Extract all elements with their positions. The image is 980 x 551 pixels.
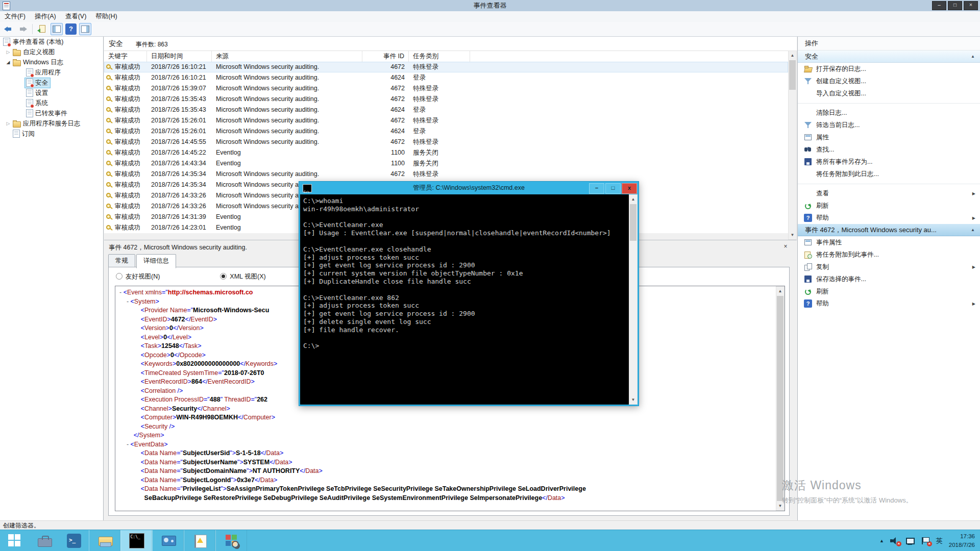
column-header-3[interactable]: 事件 ID [362,51,409,62]
menu-item-3[interactable]: 帮助(H) [91,11,121,21]
friendly-view-radio[interactable]: 友好视图(N) [116,272,160,281]
tree-root-event-viewer[interactable]: 事件查看器 (本地) [0,37,103,47]
cmd-maximize-button[interactable]: □ [605,183,621,194]
network-icon[interactable] [905,537,915,545]
scrollbar-thumb[interactable] [777,296,783,501]
menu-item-1[interactable]: 操作(A) [30,11,61,21]
toggle-console-tree-icon[interactable] [51,23,63,35]
menu-item-2[interactable]: 查看(V) [61,11,91,21]
action-item[interactable]: 清除日志... [798,107,980,119]
table-row[interactable]: 审核成功2018/7/26 14:35:34Microsoft Windows … [104,169,788,180]
tree-item-6[interactable]: 已转发事件 [0,108,103,118]
table-row[interactable]: 审核成功2018/7/26 15:26:01Microsoft Windows … [104,115,788,126]
maximize-button[interactable]: □ [948,1,962,10]
cmd-minimize-button[interactable]: – [589,183,604,194]
action-center-flag-icon[interactable]: × [921,537,930,545]
tree-item-hit[interactable]: 系统 [24,98,51,109]
tree-item-8[interactable]: 订阅 [0,129,103,139]
action-item[interactable]: 打开保存的日志... [798,63,980,75]
expand-icon[interactable]: ▷ [5,121,11,126]
scrollbar-thumb[interactable] [789,60,796,90]
table-row[interactable]: 审核成功2018/7/26 16:10:21Microsoft Windows … [104,62,788,72]
export-icon[interactable] [37,23,48,35]
tree-item-hit[interactable]: 订阅 [11,129,37,139]
column-header-4[interactable]: 任务类别 [409,51,470,62]
terminal[interactable]: C:\>whoamiwin-r49h98oemkh\administrator … [300,194,629,405]
action-item[interactable]: 保存选择的事件... [798,273,980,285]
action-item[interactable]: 刷新 [798,285,980,297]
table-row[interactable]: 审核成功2018/7/26 15:35:43Microsoft Windows … [104,105,788,115]
collapse-section-icon[interactable]: ▲ [971,224,975,236]
help-icon[interactable]: ? [65,23,77,35]
scroll-up-icon[interactable]: ▲ [629,195,637,204]
scrollbar-thumb[interactable] [630,204,636,241]
tree-item-1[interactable]: ◢Windows 日志 [0,57,103,67]
action-item[interactable]: 导入自定义视图... [798,87,980,99]
cmd-close-button[interactable]: x [622,183,637,194]
start-button[interactable] [0,530,30,551]
action-item[interactable]: 查找... [798,143,980,156]
column-header-0[interactable]: 关键字 [104,51,147,62]
tree-item-3[interactable]: 安全 [0,78,103,88]
windows-update[interactable] [215,530,247,551]
action-item[interactable]: 将所有事件另存为... [798,156,980,168]
tab-details[interactable]: 详细信息 [136,254,176,268]
event-viewer-log[interactable] [184,530,215,551]
tree-item-4[interactable]: 设置 [0,88,103,98]
action-section-header-0[interactable]: 安全▲ [798,51,980,63]
expand-icon[interactable]: ▷ [5,49,11,55]
tree-item-7[interactable]: ▷应用程序和服务日志 [0,118,103,129]
action-item[interactable]: 刷新 [798,199,980,212]
action-item[interactable]: 帮助▶ [798,212,980,224]
action-item[interactable]: 创建自定义视图... [798,75,980,87]
cmd-titlebar[interactable]: 管理员: C:\Windows\system32\cmd.exe [299,182,639,194]
scroll-up-icon[interactable]: ▲ [776,287,784,295]
action-item[interactable]: 将任务附加到此事件... [798,248,980,261]
tree-item-hit[interactable]: Windows 日志 [11,57,66,68]
action-item[interactable]: 事件属性 [798,236,980,248]
scroll-down-icon[interactable]: ▼ [789,231,796,239]
tree-item-5[interactable]: 系统 [0,98,103,108]
powershell[interactable] [59,530,89,551]
action-item[interactable]: 筛选当前日志... [798,119,980,131]
file-explorer[interactable] [89,530,120,551]
cmd[interactable] [120,530,152,551]
tree-item-2[interactable]: 应用程序 [0,67,103,78]
tree-item-hit[interactable]: 安全 [24,78,51,88]
action-item[interactable]: 将任务附加到此日志... [798,168,980,180]
control-panel[interactable] [152,530,184,551]
collapse-icon[interactable]: ◢ [5,60,11,65]
volume-icon[interactable]: × [890,537,899,545]
table-row[interactable]: 审核成功2018/7/26 14:45:55Microsoft Windows … [104,137,788,147]
menu-item-0[interactable]: 文件(F) [0,11,30,21]
action-item[interactable]: 属性 [798,131,980,143]
table-row[interactable]: 审核成功2018/7/26 15:35:43Microsoft Windows … [104,94,788,105]
language-indicator[interactable]: 英 [936,536,943,545]
action-item[interactable]: 查看▶ [798,187,980,199]
table-row[interactable]: 审核成功2018/7/26 16:10:21Microsoft Windows … [104,72,788,83]
forward-icon[interactable] [17,23,28,35]
server-manager[interactable] [30,530,59,551]
action-item[interactable]: 复制▶ [798,261,980,273]
terminal-scrollbar[interactable]: ▲ ▼ [629,194,638,405]
tab-general[interactable]: 常规 [108,254,135,267]
event-list-scrollbar[interactable]: ▲ ▼ [788,51,797,240]
minimize-button[interactable]: – [932,1,946,10]
xml-view-radio[interactable]: XML 视图(X) [220,272,265,281]
tree-item-hit[interactable]: 自定义视图 [11,47,58,58]
tree-item-hit[interactable]: 已转发事件 [24,108,70,119]
scroll-up-icon[interactable]: ▲ [789,51,796,60]
table-row[interactable]: 审核成功2018/7/26 14:45:22Eventlog1100服务关闭 [104,147,788,158]
tray-expand-icon[interactable]: ▲ [879,538,884,543]
xml-scrollbar[interactable]: ▲ ▼ [776,286,785,511]
table-row[interactable]: 审核成功2018/7/26 15:39:07Microsoft Windows … [104,83,788,94]
column-header-2[interactable]: 来源 [212,51,362,62]
clock[interactable]: 17:36 2018/7/26 [949,532,977,549]
action-section-header-1[interactable]: 事件 4672，Microsoft Windows security au...… [798,224,980,236]
tree-item-hit[interactable]: 设置 [24,88,51,98]
back-icon[interactable] [3,23,14,35]
tree-item-hit[interactable]: 应用程序和服务日志 [11,118,83,129]
table-row[interactable]: 审核成功2018/7/26 15:26:01Microsoft Windows … [104,126,788,137]
close-button[interactable]: × [964,1,978,10]
action-item[interactable]: 帮助▶ [798,297,980,310]
